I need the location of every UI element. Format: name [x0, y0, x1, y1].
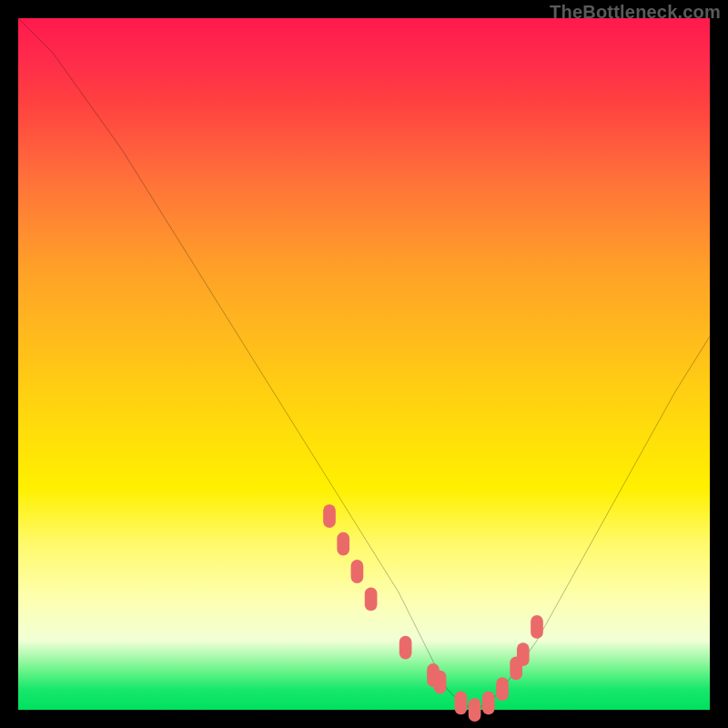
marker-dot: [365, 587, 378, 611]
marker-dot: [351, 560, 364, 583]
chart-svg: [18, 18, 710, 710]
marker-dot: [517, 642, 530, 666]
marker-dot: [337, 532, 349, 556]
marker-dot: [469, 698, 481, 722]
marker-group: [323, 504, 543, 722]
marker-dot: [482, 691, 495, 714]
marker-dot: [323, 504, 336, 528]
marker-dot: [399, 636, 412, 660]
curve-path: [18, 18, 710, 710]
marker-dot: [496, 677, 509, 701]
marker-dot: [531, 615, 543, 639]
marker-dot: [434, 671, 447, 694]
marker-dot: [455, 691, 468, 714]
plot-frame: [18, 18, 710, 710]
